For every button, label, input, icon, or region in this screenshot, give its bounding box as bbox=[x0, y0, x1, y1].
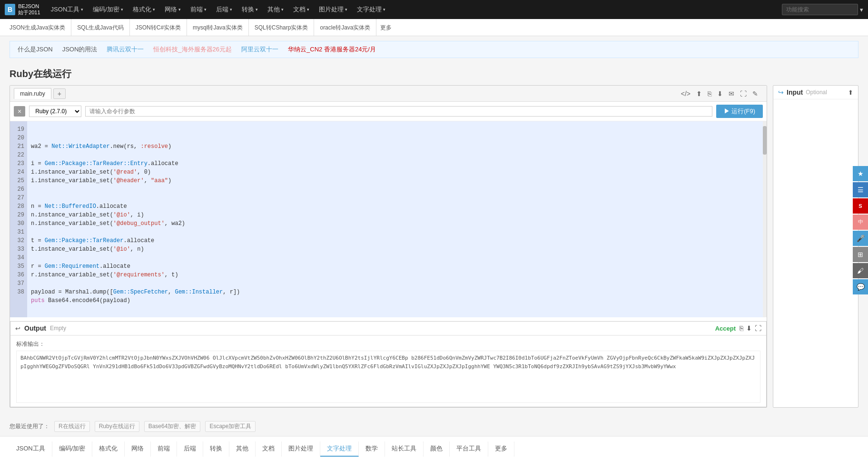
recent-label: 您最近使用了： bbox=[10, 422, 49, 431]
subnav-item-3[interactable]: mysql转Java实体类 bbox=[187, 19, 249, 36]
subnav-item-0[interactable]: JSON生成Java实体类 bbox=[10, 19, 71, 36]
language-select[interactable]: Ruby (2.7.0) bbox=[29, 106, 81, 117]
nav-backend[interactable]: 后端 ▾ bbox=[212, 0, 236, 19]
output-fullscreen-icon[interactable]: ⛶ bbox=[755, 324, 761, 332]
bottom-nav-more[interactable]: 更多 bbox=[488, 441, 514, 457]
top-nav: B BEJSON始于2011 JSON工具 ▾ 编码/加密 ▾ 格式化 ▾ 网络… bbox=[0, 0, 868, 19]
bottom-nav-webmaster[interactable]: 站长工具 bbox=[385, 441, 424, 457]
run-button[interactable]: ▶ 运行(F9) bbox=[716, 105, 763, 118]
output-download-icon[interactable]: ⬇ bbox=[746, 324, 752, 332]
download-icon[interactable]: ⬇ bbox=[716, 89, 724, 98]
subnav-item-4[interactable]: SQL转CSharp实体类 bbox=[249, 19, 315, 36]
recent-item-0[interactable]: R在线运行 bbox=[54, 421, 90, 432]
info-link-3[interactable]: 恒创科技_海外服务器26元起 bbox=[153, 45, 232, 54]
bottom-nav-color[interactable]: 颜色 bbox=[424, 441, 450, 457]
upload-icon[interactable]: ⬆ bbox=[695, 89, 703, 98]
add-tab-button[interactable]: + bbox=[53, 88, 66, 99]
input-textarea[interactable] bbox=[773, 99, 858, 242]
line-numbers: 1920212223 2425262728 2930313233 3435363… bbox=[10, 121, 27, 317]
search-box: ▾ bbox=[782, 4, 863, 15]
nav-format[interactable]: 格式化 ▾ bbox=[129, 0, 159, 19]
logo-text: BEJSON始于2011 bbox=[18, 3, 40, 16]
accept-button[interactable]: Accept bbox=[715, 325, 736, 332]
nav-json[interactable]: JSON工具 ▾ bbox=[47, 0, 88, 19]
recent-item-2[interactable]: Base64加密、解密 bbox=[144, 421, 201, 432]
info-link-0[interactable]: 什么是JSON bbox=[18, 45, 53, 54]
stdout-label: 标准输出： bbox=[16, 340, 760, 349]
input-arrow-icon: ↪ bbox=[778, 88, 784, 96]
subnav-item-1[interactable]: SQL生成Java代码 bbox=[71, 19, 129, 36]
copy-icon[interactable]: ⎘ bbox=[707, 89, 712, 98]
info-link-5[interactable]: 华纳云_CN2 香港服务器24元/月 bbox=[288, 45, 376, 54]
logo-box: B bbox=[5, 4, 15, 15]
sogou-icon[interactable]: S bbox=[853, 198, 868, 214]
code-icon[interactable]: </> bbox=[680, 89, 691, 98]
bottom-nav-network[interactable]: 网络 bbox=[125, 441, 151, 457]
bottom-nav-json[interactable]: JSON工具 bbox=[10, 441, 52, 457]
editor-tab-main[interactable]: main.ruby bbox=[14, 88, 51, 99]
args-input[interactable] bbox=[85, 106, 712, 117]
mic-icon[interactable]: 🎤 bbox=[853, 231, 868, 246]
bottom-nav: JSON工具 编码/加密 格式化 网络 前端 后端 转换 其他 文档 图片处理 … bbox=[0, 436, 868, 460]
bottom-nav-encode[interactable]: 编码/加密 bbox=[52, 441, 93, 457]
bottom-nav-frontend[interactable]: 前端 bbox=[151, 441, 177, 457]
nav-network[interactable]: 网络 ▾ bbox=[161, 0, 185, 19]
recent-item-3[interactable]: Escape加密工具 bbox=[205, 421, 256, 432]
info-link-4[interactable]: 阿里云双十一 bbox=[241, 45, 278, 54]
info-link-2[interactable]: 腾讯云双十一 bbox=[107, 45, 144, 54]
editor-toolbar: </> ⬆ ⎘ ⬇ ✉ ⛶ ✎ bbox=[676, 89, 763, 98]
table-icon[interactable]: ⊞ bbox=[853, 247, 868, 262]
code-content[interactable]: wa2 = Net::WriteAdapter.new(rs, :resolve… bbox=[27, 121, 767, 317]
recent-item-1[interactable]: Ruby在线运行 bbox=[95, 421, 139, 432]
search-input[interactable] bbox=[782, 4, 858, 15]
bottom-nav-text[interactable]: 文字处理 bbox=[320, 441, 359, 457]
bottom-nav-math[interactable]: 数学 bbox=[359, 441, 385, 457]
output-title: Output bbox=[24, 324, 46, 332]
nav-docs[interactable]: 文档 ▾ bbox=[289, 0, 313, 19]
output-copy-icon[interactable]: ⎘ bbox=[740, 324, 743, 332]
side-float: ★ ☰ S 中 🎤 ⊞ 🖌 💬 bbox=[853, 166, 868, 294]
bottom-nav-other[interactable]: 其他 bbox=[229, 441, 256, 457]
logo[interactable]: B BEJSON始于2011 bbox=[5, 3, 40, 16]
input-header: ↪ Input Optional ⬆ bbox=[773, 86, 858, 99]
bottom-nav-image[interactable]: 图片处理 bbox=[282, 441, 320, 457]
fullscreen-icon[interactable]: ⛶ bbox=[739, 89, 748, 98]
nav-other[interactable]: 其他 ▾ bbox=[264, 0, 287, 19]
bottom-nav-platform[interactable]: 平台工具 bbox=[450, 441, 488, 457]
subnav-item-2[interactable]: JSON转C#实体类 bbox=[130, 19, 187, 36]
bottom-nav-backend[interactable]: 后端 bbox=[177, 441, 203, 457]
sub-nav: JSON生成Java实体类 SQL生成Java代码 JSON转C#实体类 mys… bbox=[0, 19, 868, 36]
bottom-nav-format[interactable]: 格式化 bbox=[92, 441, 125, 457]
edit-icon[interactable]: ✎ bbox=[751, 89, 759, 98]
output-header: ↩ Output Empty Accept ⎘ ⬇ ⛶ bbox=[10, 322, 766, 335]
nav-text[interactable]: 文字处理 ▾ bbox=[353, 0, 389, 19]
code-editor[interactable]: 1920212223 2425262728 2930313233 3435363… bbox=[10, 121, 767, 317]
menu-icon[interactable]: ☰ bbox=[853, 182, 868, 197]
close-button[interactable]: × bbox=[14, 106, 25, 117]
paint-icon[interactable]: 🖌 bbox=[853, 263, 868, 278]
output-empty-label: Empty bbox=[50, 325, 66, 332]
nav-frontend[interactable]: 前端 ▾ bbox=[187, 0, 210, 19]
subnav-item-5[interactable]: oracle转Java实体类 bbox=[314, 19, 376, 36]
favorite-button[interactable]: ★ bbox=[853, 166, 868, 181]
main-content: main.ruby + </> ⬆ ⎘ ⬇ ✉ ⛶ ✎ × Ruby (2.7.… bbox=[0, 85, 868, 417]
editor-panel: main.ruby + </> ⬆ ⎘ ⬇ ✉ ⛶ ✎ × Ruby (2.7.… bbox=[10, 85, 767, 408]
input-upload-icon[interactable]: ⬆ bbox=[848, 89, 853, 96]
recent-bar: 您最近使用了： R在线运行 Ruby在线运行 Base64加密、解密 Escap… bbox=[0, 417, 868, 436]
chat-icon[interactable]: 💬 bbox=[853, 279, 868, 294]
chinese-icon[interactable]: 中 bbox=[853, 215, 868, 230]
bottom-nav-docs[interactable]: 文档 bbox=[256, 441, 282, 457]
nav-image[interactable]: 图片处理 ▾ bbox=[315, 0, 351, 19]
editor-tabs: main.ruby + </> ⬆ ⎘ ⬇ ✉ ⛶ ✎ bbox=[10, 86, 767, 102]
nav-convert[interactable]: 转换 ▾ bbox=[238, 0, 262, 19]
nav-encode[interactable]: 编码/加密 ▾ bbox=[89, 0, 127, 19]
run-bar: × Ruby (2.7.0) ▶ 运行(F9) bbox=[10, 102, 767, 121]
scrollbar[interactable] bbox=[763, 121, 767, 317]
subnav-more[interactable]: 更多 bbox=[376, 24, 395, 32]
email-icon[interactable]: ✉ bbox=[728, 89, 735, 98]
search-caret-icon[interactable]: ▾ bbox=[860, 6, 863, 13]
bottom-nav-convert[interactable]: 转换 bbox=[203, 441, 229, 457]
output-area: ↩ Output Empty Accept ⎘ ⬇ ⛶ 标准输出： BAhbCG… bbox=[10, 321, 767, 407]
output-arrow-icon: ↩ bbox=[15, 325, 20, 332]
info-link-1[interactable]: JSON的用法 bbox=[62, 45, 98, 54]
